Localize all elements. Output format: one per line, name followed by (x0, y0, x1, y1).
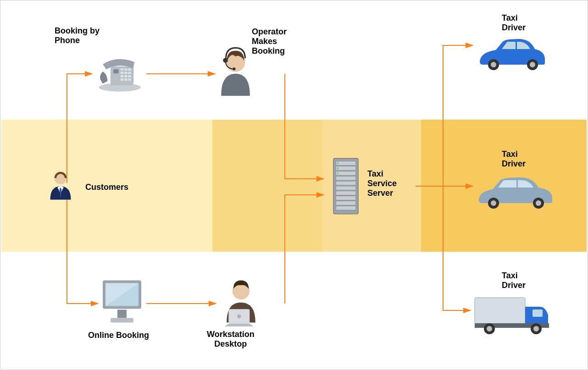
svg-rect-22 (111, 318, 133, 323)
svg-rect-35 (336, 201, 355, 205)
svg-rect-4 (121, 68, 123, 71)
svg-rect-31 (336, 181, 355, 185)
svg-rect-9 (128, 72, 131, 74)
node-customers: Customers (44, 169, 128, 205)
svg-point-39 (337, 172, 338, 174)
customers-label: Customers (85, 182, 128, 192)
svg-point-38 (337, 168, 338, 169)
svg-point-56 (533, 326, 539, 331)
svg-rect-33 (336, 191, 355, 195)
online-booking-label: Online Booking (88, 331, 149, 340)
node-workstation: Workstation Desktop (207, 330, 255, 349)
car-blue-icon (475, 36, 549, 73)
svg-rect-14 (124, 78, 127, 81)
svg-rect-11 (124, 75, 127, 77)
server-label: Taxi Service Server (367, 169, 397, 198)
monitor-icon (99, 276, 145, 328)
svg-rect-28 (336, 166, 355, 171)
svg-point-25 (237, 315, 241, 318)
server-rack-icon (330, 156, 362, 216)
svg-point-49 (536, 200, 541, 206)
node-taxi-3: Taxi Driver (502, 271, 526, 290)
taxi-1-label: Taxi Driver (502, 13, 526, 33)
taxi-2-label: Taxi Driver (502, 149, 526, 169)
svg-rect-21 (117, 310, 127, 318)
diagram-canvas: Customers Booking by Phone Operator Make… (0, 0, 588, 370)
svg-rect-30 (336, 176, 355, 180)
truck-icon (472, 293, 552, 337)
node-operator: Operator Makes Booking (252, 27, 287, 56)
node-booking-phone: Booking by Phone (55, 26, 100, 49)
operator-headset-icon (216, 44, 255, 97)
svg-rect-27 (336, 161, 355, 166)
telephone-icon (94, 51, 145, 94)
svg-point-47 (491, 200, 496, 206)
node-online-booking: Online Booking (88, 331, 149, 340)
svg-rect-7 (121, 72, 123, 74)
workstation-label: Workstation Desktop (207, 330, 255, 349)
svg-rect-45 (516, 180, 518, 188)
svg-point-17 (223, 58, 227, 62)
svg-rect-8 (124, 72, 127, 74)
taxi-3-label: Taxi Driver (502, 271, 526, 290)
person-laptop-icon (217, 275, 265, 327)
svg-rect-51 (533, 309, 543, 317)
svg-point-42 (491, 62, 496, 67)
svg-point-18 (233, 67, 235, 70)
svg-rect-15 (128, 78, 131, 81)
person-suit-icon (44, 169, 81, 205)
svg-rect-6 (128, 68, 131, 71)
car-sedan-icon (475, 174, 555, 210)
svg-rect-3 (113, 69, 118, 73)
svg-rect-29 (336, 171, 355, 176)
booking-phone-label: Booking by Phone (55, 26, 100, 45)
node-taxi-1: Taxi Driver (502, 13, 526, 33)
svg-rect-10 (121, 75, 123, 77)
svg-rect-5 (124, 68, 127, 71)
node-server: Taxi Service Server (367, 169, 397, 198)
band-segment-2 (212, 120, 322, 252)
svg-rect-40 (516, 42, 517, 49)
operator-label: Operator Makes Booking (252, 27, 287, 56)
svg-point-37 (337, 163, 338, 164)
svg-rect-34 (336, 196, 355, 200)
node-taxi-2: Taxi Driver (502, 149, 526, 169)
svg-rect-12 (128, 75, 131, 77)
svg-point-44 (530, 62, 535, 67)
svg-rect-32 (336, 186, 355, 190)
svg-rect-13 (121, 78, 123, 81)
svg-rect-50 (475, 298, 525, 324)
svg-point-54 (487, 326, 492, 331)
svg-rect-36 (336, 206, 355, 210)
